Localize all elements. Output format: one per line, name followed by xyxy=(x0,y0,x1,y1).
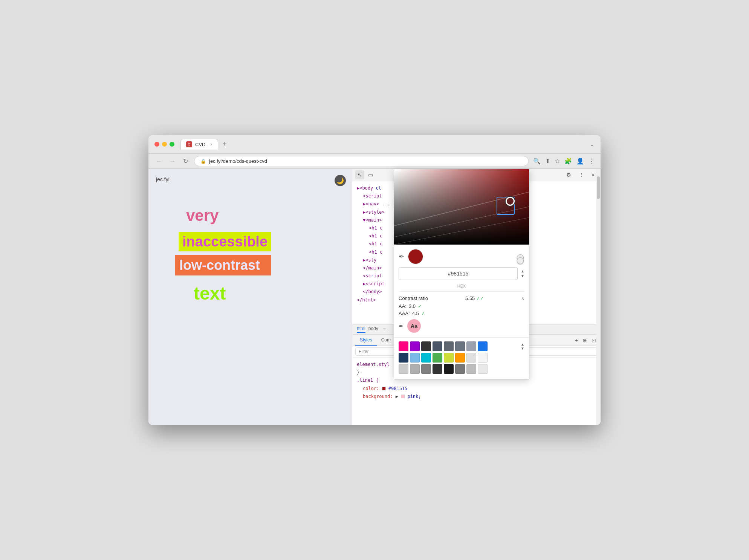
contrast-ratio-label: Contrast ratio xyxy=(399,295,428,301)
swatch-gray2[interactable] xyxy=(455,341,465,351)
scrollbar[interactable] xyxy=(596,169,601,425)
text-very: very xyxy=(186,207,271,225)
close-window-button[interactable] xyxy=(154,142,159,147)
swatch-off-white[interactable] xyxy=(478,364,488,374)
tab-bar: C CVD × + ⌄ xyxy=(180,139,595,150)
css-background-triangle: ▶ xyxy=(396,394,401,399)
contrast-check-icon: ✓✓ xyxy=(476,296,484,301)
scrollbar-thumb[interactable] xyxy=(597,176,600,199)
element-picker-button[interactable]: ↖ xyxy=(355,170,364,179)
url-bar[interactable]: 🔒 jec.fyi/demo/cds-quest-cvd xyxy=(194,156,529,166)
hex-input-field[interactable]: #981515 xyxy=(399,267,518,280)
swatch-orange[interactable] xyxy=(455,353,465,363)
swatch-lime[interactable] xyxy=(444,353,454,363)
contrast-eyedropper-button[interactable]: ✒ xyxy=(399,323,404,330)
site-name: jec.fyi xyxy=(156,176,170,182)
panel-actions: + ⊕ ⊡ xyxy=(573,337,598,344)
swatch-gray6[interactable] xyxy=(421,364,431,374)
text-low-contrast: low-contrast xyxy=(175,255,271,275)
swatch-dark1[interactable] xyxy=(421,341,431,351)
new-style-rule-button[interactable]: ⊕ xyxy=(581,337,588,344)
tab-computed[interactable]: Com xyxy=(377,335,395,346)
contrast-section: Contrast ratio 5.55 ✓✓ ∧ AA: 3.0 ✓ xyxy=(399,291,524,333)
dom-dots-nav: ... xyxy=(382,201,390,207)
tab-chevron-icon[interactable]: ⌄ xyxy=(590,141,595,147)
hex-stepper[interactable]: ▲ ▼ xyxy=(521,269,524,278)
search-icon[interactable]: 🔍 xyxy=(533,158,541,165)
extensions-icon[interactable]: 🧩 xyxy=(564,158,572,165)
address-bar: ← → ↻ 🔒 jec.fyi/demo/cds-quest-cvd 🔍 ⬆ ☆… xyxy=(148,154,601,169)
share-icon[interactable]: ⬆ xyxy=(545,158,550,165)
add-style-rule-button[interactable]: + xyxy=(573,337,579,344)
swatch-gray5[interactable] xyxy=(410,364,420,374)
device-emulation-button[interactable]: ▭ xyxy=(366,170,375,179)
css-color-value: #981515 xyxy=(388,386,408,391)
swatches-stepper-1[interactable]: ▲ ▼ xyxy=(521,342,524,350)
dom-tag-h1-1: <h1 c xyxy=(369,225,382,231)
swatch-black[interactable] xyxy=(444,364,454,374)
minimize-window-button[interactable] xyxy=(162,142,167,147)
swatch-purple[interactable] xyxy=(410,341,420,351)
css-background-swatch-inline[interactable] xyxy=(401,395,405,398)
hex-input-row: #981515 ▲ ▼ HEX xyxy=(399,267,524,288)
dom-tag-main: ▼<main> xyxy=(363,217,382,223)
browser-tab-cvd[interactable]: C CVD × xyxy=(180,139,218,150)
aa-check-icon: ✓ xyxy=(418,304,422,309)
settings-button[interactable]: ⚙ xyxy=(563,170,574,179)
swatch-gray1[interactable] xyxy=(444,341,454,351)
aaa-label: AAA: xyxy=(399,311,410,316)
css-prop-color: color: xyxy=(363,386,382,391)
swatch-light-gray[interactable] xyxy=(466,353,476,363)
swatch-pink[interactable] xyxy=(399,341,408,351)
bookmark-icon[interactable]: ☆ xyxy=(555,158,560,165)
contrast-actions: ✒ Aa xyxy=(399,319,524,333)
svg-line-2 xyxy=(394,214,529,245)
dom-tag-h1-4: <h1 c xyxy=(369,249,382,255)
color-cursor[interactable] xyxy=(506,197,515,206)
swatch-dark2[interactable] xyxy=(433,341,442,351)
dark-mode-button[interactable]: 🌙 xyxy=(335,175,346,186)
tab-close-button[interactable]: × xyxy=(210,142,212,147)
profile-icon[interactable]: 👤 xyxy=(576,158,584,165)
aa-row: AA: 3.0 ✓ xyxy=(399,303,524,309)
css-color-swatch-inline[interactable] xyxy=(382,387,386,390)
alpha-thumb[interactable] xyxy=(517,257,524,264)
more-options-button[interactable]: ⋮ xyxy=(576,170,587,179)
new-tab-button[interactable]: + xyxy=(220,140,230,148)
devtools-panel: ↖ ▭ ⚙ ⋮ × xyxy=(352,169,601,425)
demo-text-area: very inaccessible low-contrast text xyxy=(164,199,271,304)
swatch-light-blue[interactable] xyxy=(410,353,420,363)
dom-tag-script3: ▶<script xyxy=(363,281,385,286)
swatch-green[interactable] xyxy=(433,353,442,363)
sliders-area xyxy=(427,255,524,258)
forward-button[interactable]: → xyxy=(168,157,177,165)
hex-label: HEX xyxy=(399,284,524,288)
swatch-lighter-gray[interactable] xyxy=(478,353,488,363)
aa-value: 3.0 xyxy=(409,303,416,309)
color-gradient-canvas[interactable] xyxy=(394,169,529,245)
page-content: jec.fyi 🌙 very inaccessible low-contrast… xyxy=(148,169,352,425)
swatch-near-black[interactable] xyxy=(433,364,442,374)
html-tab[interactable]: html xyxy=(357,326,365,333)
contrast-ratio-row: Contrast ratio 5.55 ✓✓ ∧ xyxy=(399,295,524,301)
text-inaccessible: inaccessible xyxy=(179,232,271,251)
swatch-gray4[interactable] xyxy=(399,364,408,374)
reload-button[interactable]: ↻ xyxy=(182,157,190,165)
contrast-expand-button[interactable]: ∧ xyxy=(521,296,524,301)
swatch-gray8[interactable] xyxy=(466,364,476,374)
swatch-teal[interactable] xyxy=(421,353,431,363)
maximize-window-button[interactable] xyxy=(170,142,174,147)
swatch-gray7[interactable] xyxy=(455,364,465,374)
back-button[interactable]: ← xyxy=(154,157,164,165)
eyedropper-button[interactable]: ✒ xyxy=(399,252,404,261)
swatch-gray3[interactable] xyxy=(466,341,476,351)
body-tab[interactable]: body xyxy=(368,326,378,333)
swatch-dark-blue[interactable] xyxy=(399,353,408,363)
color-swatch-preview[interactable] xyxy=(408,249,423,264)
tab-styles[interactable]: Styles xyxy=(355,335,377,346)
menu-icon[interactable]: ⋮ xyxy=(588,158,595,165)
dots-tab[interactable]: ··· xyxy=(383,326,387,333)
swatch-blue[interactable] xyxy=(478,341,488,351)
dom-tag-main-close: </main> xyxy=(363,265,382,271)
css-prop-background: background: xyxy=(363,394,396,399)
